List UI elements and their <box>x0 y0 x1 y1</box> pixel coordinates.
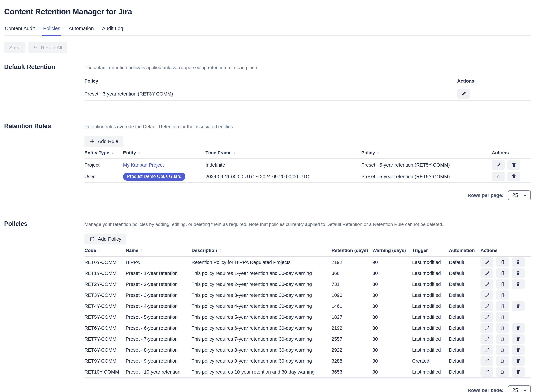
trash-icon <box>516 358 521 364</box>
delete-button[interactable] <box>512 268 525 278</box>
tab-policies[interactable]: Policies <box>43 26 61 35</box>
description-cell: This policy requires 5-year retention an… <box>192 314 331 320</box>
name-cell: Preset - 2-year retention <box>126 281 192 287</box>
default-retention-table-header: Policy Actions <box>85 78 531 87</box>
column-header-entity[interactable]: Entity <box>123 150 205 155</box>
column-header-retention-days[interactable]: Retention (days) <box>331 248 372 253</box>
column-header-description[interactable]: Description <box>192 248 331 253</box>
revert-all-button[interactable]: Revert All <box>28 42 67 53</box>
table-row: ProjectMy Kanban ProjectIndefinitePreset… <box>85 159 531 171</box>
column-header-automation[interactable]: Automation <box>449 248 480 253</box>
copy-button[interactable] <box>496 334 509 344</box>
edit-button[interactable] <box>480 268 493 278</box>
trigger-cell: Last modified <box>412 303 449 309</box>
delete-button[interactable] <box>512 257 525 267</box>
edit-button[interactable] <box>480 323 493 333</box>
edit-button[interactable] <box>480 367 493 377</box>
save-button[interactable]: Save <box>4 42 25 53</box>
retention-rules-section: Retention Rules Retention rules override… <box>4 123 531 200</box>
edit-button[interactable] <box>480 257 493 267</box>
edit-button[interactable] <box>492 160 505 170</box>
copy-icon <box>500 347 505 353</box>
edit-button[interactable] <box>480 279 493 289</box>
tab-audit-log[interactable]: Audit Log <box>101 26 124 35</box>
warning-days-cell: 30 <box>372 303 412 309</box>
retention-days-cell: 2192 <box>331 325 372 331</box>
delete-button[interactable] <box>512 279 525 289</box>
column-header-name[interactable]: Name <box>126 248 192 253</box>
delete-button[interactable] <box>512 367 525 377</box>
actions-cell <box>480 279 531 290</box>
table-row: RET1Y-COMMPreset - 1-year retentionThis … <box>85 268 531 279</box>
policies-table: CodeNameDescriptionRetention (days)Warni… <box>85 248 531 378</box>
delete-button[interactable] <box>512 334 525 344</box>
edit-button[interactable] <box>480 356 493 366</box>
copy-button[interactable] <box>496 279 509 289</box>
delete-button[interactable] <box>507 172 520 181</box>
tab-content-audit[interactable]: Content Audit <box>4 26 35 35</box>
retention-days-cell: 2557 <box>331 336 372 342</box>
column-header-policy: Policy <box>85 78 457 84</box>
entity-link[interactable]: My Kanban Project <box>123 162 164 168</box>
column-header-policy[interactable]: Policy <box>361 150 492 155</box>
name-cell: Preset - 9-year retention <box>126 358 192 364</box>
warning-days-cell: 30 <box>372 325 412 331</box>
copy-button[interactable] <box>496 301 509 311</box>
table-row: RET5Y-COMMPreset - 5-year retentionThis … <box>85 312 531 322</box>
table-row: RET10Y-COMMPreset - 10-year retentionThi… <box>85 366 531 377</box>
sort-arrows-icon <box>407 248 411 253</box>
add-rule-button[interactable]: Add Rule <box>85 136 123 147</box>
copy-button[interactable] <box>496 367 509 377</box>
name-cell: Preset - 8-year retention <box>126 347 192 353</box>
column-header-warning-days[interactable]: Warning (days) <box>372 248 412 253</box>
edit-button[interactable] <box>480 290 493 300</box>
edit-button[interactable] <box>480 312 493 322</box>
rows-per-page-select[interactable]: 25 <box>508 190 531 200</box>
column-header-actions: Actions <box>492 150 531 155</box>
edit-button[interactable] <box>480 301 493 311</box>
add-policy-button[interactable]: Add Policy <box>85 233 126 244</box>
trigger-cell: Last modified <box>412 347 449 353</box>
pencil-icon <box>484 347 490 353</box>
entity-cell: My Kanban Project <box>123 162 205 168</box>
actions-cell <box>492 171 531 182</box>
copy-icon <box>500 271 505 276</box>
column-header-time-frame[interactable]: Time Frame <box>205 150 361 155</box>
tab-automation[interactable]: Automation <box>68 26 95 35</box>
edit-button[interactable] <box>480 345 493 355</box>
description-cell: This policy requires 8-year retention an… <box>192 347 331 353</box>
copy-icon <box>500 303 505 309</box>
table-row: RET3Y-COMMPreset - 3-year retentionThis … <box>85 290 531 301</box>
rows-per-page-select[interactable]: 25 <box>508 385 531 392</box>
delete-button[interactable] <box>512 301 525 311</box>
sort-arrows-icon <box>219 248 222 253</box>
edit-button[interactable] <box>457 89 470 99</box>
sort-arrows-icon <box>98 248 101 253</box>
description-cell: Retention Policy for HIPPA Regulated Pro… <box>192 260 331 265</box>
warning-days-cell: 30 <box>372 314 412 320</box>
table-row: Preset - 3-year retention (RET3Y-COMM) <box>85 87 531 100</box>
column-header-entity-type[interactable]: Entity Type <box>85 150 123 155</box>
description-cell: This policy requires 1-year retention an… <box>192 271 331 276</box>
copy-button[interactable] <box>496 268 509 278</box>
column-header-code[interactable]: Code <box>85 248 126 253</box>
copy-button[interactable] <box>496 345 509 355</box>
copy-button[interactable] <box>496 257 509 267</box>
actions-cell <box>492 159 531 170</box>
code-cell: RET1Y-COMM <box>85 271 126 276</box>
copy-button[interactable] <box>496 356 509 366</box>
copy-button[interactable] <box>496 290 509 300</box>
trigger-cell: Last modified <box>412 336 449 342</box>
copy-button[interactable] <box>496 323 509 333</box>
delete-button[interactable] <box>512 345 525 355</box>
edit-button[interactable] <box>480 334 493 344</box>
edit-button[interactable] <box>492 172 505 181</box>
delete-button[interactable] <box>512 323 525 333</box>
pencil-icon <box>484 314 490 320</box>
trash-icon <box>516 347 521 353</box>
delete-button[interactable] <box>507 160 520 170</box>
warning-days-cell: 30 <box>372 271 412 276</box>
delete-button[interactable] <box>512 356 525 366</box>
copy-button[interactable] <box>496 312 509 322</box>
column-header-trigger[interactable]: Trigger <box>412 248 449 253</box>
